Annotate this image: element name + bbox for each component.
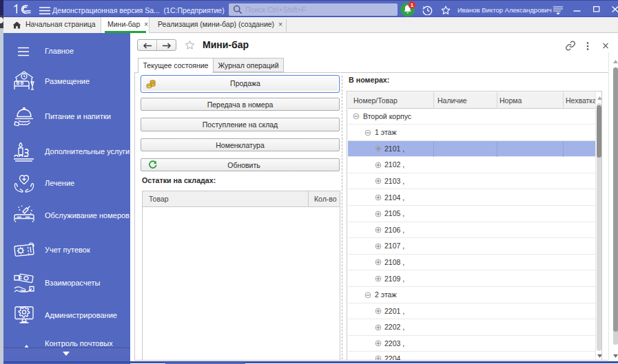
svg-text:1: 1	[411, 2, 414, 8]
